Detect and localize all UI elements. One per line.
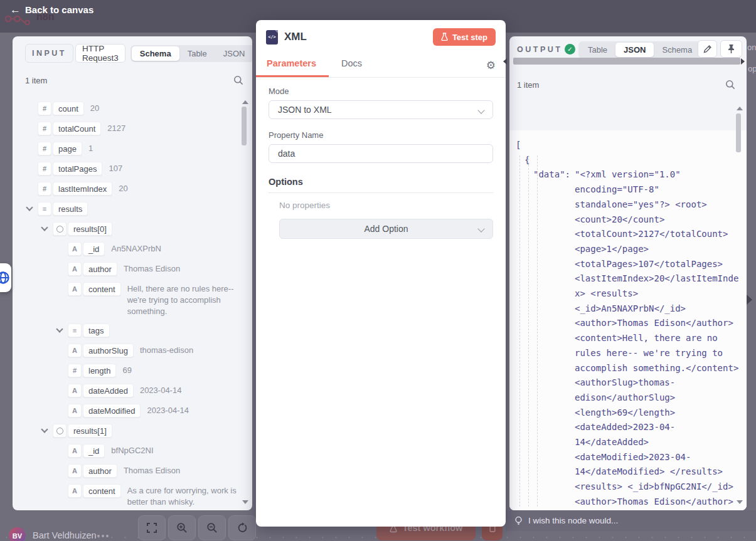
- edit-output-button[interactable]: [698, 40, 717, 58]
- schema-value: An5NAXPrbN: [111, 242, 161, 255]
- input-panel-title: INPUT: [25, 44, 73, 63]
- schema-key: length: [83, 364, 116, 377]
- json-key: "data":: [533, 169, 570, 179]
- user-menu-icon[interactable]: [97, 535, 109, 537]
- add-option-button[interactable]: Add Option: [279, 219, 493, 239]
- chevron-down-icon: [477, 107, 484, 113]
- schema-row-page[interactable]: #page1: [13, 142, 245, 155]
- schema-tree: #count20#totalCount2127#page1#totalPages…: [13, 102, 245, 510]
- schema-row-tags[interactable]: ≡tags: [13, 323, 245, 337]
- schema-value: 107: [109, 162, 122, 174]
- indent-guide: [528, 155, 529, 507]
- search-icon[interactable]: [233, 75, 243, 85]
- fit-view-button[interactable]: [138, 515, 166, 540]
- property-name-input[interactable]: data: [269, 144, 493, 163]
- schema-row-author[interactable]: AauthorThomas Edison: [13, 262, 245, 276]
- schema-row-totalPages[interactable]: #totalPages107: [13, 162, 245, 176]
- number-type-icon: #: [68, 364, 82, 377]
- schema-row-_id[interactable]: A_idbfNpGC2NI: [13, 444, 245, 458]
- scroll-right-arrow[interactable]: [741, 58, 745, 65]
- chevron-down-icon[interactable]: [41, 427, 48, 433]
- number-type-icon: #: [38, 162, 51, 176]
- output-panel: OUTPUT ✓ TableJSONSchema 1 item: [509, 36, 747, 510]
- schema-row-dateAdded[interactable]: AdateAdded2023-04-14: [13, 384, 245, 397]
- tab-docs[interactable]: Docs: [329, 50, 375, 77]
- schema-key: dateModified: [83, 404, 141, 418]
- mode-select[interactable]: JSON to XML: [269, 100, 493, 119]
- string-type-icon: A: [68, 242, 82, 256]
- input-tab-json[interactable]: JSON: [215, 46, 252, 61]
- pin-data-button[interactable]: [720, 40, 742, 58]
- scroll-down-arrow[interactable]: [242, 500, 248, 504]
- chevron-down-icon[interactable]: [26, 205, 33, 211]
- input-tab-schema[interactable]: Schema: [132, 46, 179, 61]
- output-items-count: 1 item: [517, 80, 539, 90]
- schema-key: results[1]: [68, 424, 112, 438]
- schema-value: Hell, there are no rules here-- we're tr…: [127, 282, 243, 317]
- schema-row-authorSlug[interactable]: AauthorSlugthomas-edison: [13, 344, 245, 357]
- scroll-up-arrow[interactable]: [242, 100, 248, 104]
- schema-key: lastItemIndex: [53, 182, 112, 196]
- search-icon[interactable]: [725, 80, 735, 90]
- schema-key: content: [83, 282, 121, 296]
- schema-row-author[interactable]: AauthorThomas Edison: [13, 464, 245, 478]
- json-output-view[interactable]: [ { "data":"<?xml version="1.0" encoding…: [509, 130, 747, 510]
- schema-row-results[interactable]: ≡results: [13, 202, 245, 216]
- schema-key: results: [53, 202, 88, 216]
- output-tab-schema[interactable]: Schema: [654, 43, 700, 57]
- schema-row-results[1][interactable]: results[1]: [13, 424, 245, 438]
- gear-icon[interactable]: ⚙: [486, 59, 496, 72]
- scroll-up-arrow[interactable]: [737, 107, 743, 110]
- browser-extension-widget[interactable]: [0, 263, 11, 292]
- vertical-scrollbar[interactable]: [736, 113, 741, 152]
- avatar[interactable]: BV: [9, 527, 26, 541]
- number-type-icon: #: [38, 102, 51, 115]
- schema-row-results[0][interactable]: results[0]: [13, 222, 245, 236]
- schema-value: Thomas Edison: [124, 464, 180, 476]
- number-type-icon: #: [38, 122, 51, 135]
- chevron-down-icon[interactable]: [56, 327, 63, 333]
- output-tab-json[interactable]: JSON: [615, 43, 654, 57]
- schema-row-dateModified[interactable]: AdateModified2023-04-14: [13, 404, 245, 418]
- chevron-down-icon[interactable]: [41, 225, 48, 231]
- schema-row-_id[interactable]: A_idAn5NAXPrbN: [13, 242, 245, 256]
- panel-expand-arrow[interactable]: [747, 295, 752, 305]
- test-step-button[interactable]: Test step: [433, 28, 496, 46]
- node-details-modal: </> XML Test step ParametersDocs⚙ Mode J…: [256, 20, 506, 527]
- user-name[interactable]: Bart Veldhuizen: [33, 530, 97, 540]
- schema-value: 20: [119, 182, 127, 194]
- zoom-in-button[interactable]: [168, 515, 196, 540]
- input-source-node-select[interactable]: HTTP Request3: [75, 44, 125, 63]
- schema-key: author: [83, 464, 117, 478]
- vertical-scrollbar[interactable]: [242, 107, 247, 145]
- scroll-left-arrow[interactable]: [503, 58, 507, 65]
- schema-value: 69: [122, 364, 131, 376]
- scroll-down-arrow[interactable]: [737, 500, 743, 504]
- schema-row-length[interactable]: #length69: [13, 364, 245, 377]
- schema-row-totalCount[interactable]: #totalCount2127: [13, 122, 245, 135]
- schema-row-count[interactable]: #count20: [13, 102, 245, 115]
- test-step-label: Test step: [452, 33, 487, 42]
- zoom-out-icon: [206, 522, 218, 533]
- schema-row-content[interactable]: AcontentHell, there are no rules here-- …: [13, 282, 245, 317]
- success-check-icon: ✓: [565, 44, 575, 55]
- schema-key: dateAdded: [83, 384, 134, 397]
- horizontal-scrollbar[interactable]: [513, 58, 740, 65]
- string-type-icon: A: [68, 282, 82, 296]
- string-type-icon: A: [68, 384, 82, 397]
- schema-row-content[interactable]: AcontentAs a cure for worrying, work is …: [13, 484, 245, 508]
- indent-guide: [537, 155, 538, 507]
- zoom-out-button[interactable]: [198, 515, 226, 540]
- output-tab-table[interactable]: Table: [580, 43, 615, 57]
- no-properties-text: No properties: [279, 201, 493, 210]
- fit-view-icon: [146, 522, 157, 533]
- back-to-canvas-link[interactable]: ← Back to canvas: [10, 4, 93, 15]
- node-feedback-bar[interactable]: I wish this node would...: [506, 510, 756, 531]
- input-items-count: 1 item: [25, 76, 47, 85]
- input-tab-table[interactable]: Table: [179, 46, 215, 61]
- tab-parameters[interactable]: Parameters: [256, 50, 329, 77]
- reset-zoom-icon: [237, 522, 248, 533]
- reset-zoom-button[interactable]: [228, 515, 256, 540]
- string-type-icon: A: [68, 344, 82, 357]
- schema-row-lastItemIndex[interactable]: #lastItemIndex20: [13, 182, 245, 196]
